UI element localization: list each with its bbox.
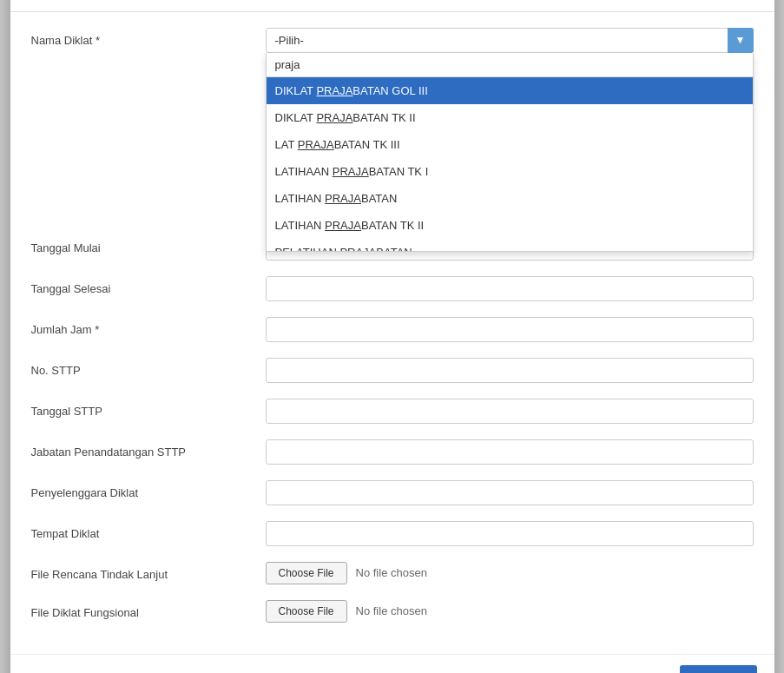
modal-footer: Simpan (10, 654, 774, 674)
tanggal-sttp-row: Tanggal STTP (31, 399, 754, 424)
modal-header: Tambah Data Diklat Fungsional × (10, 0, 774, 12)
modal-overlay: Tambah Data Diklat Fungsional × Nama Dik… (0, 0, 784, 673)
nama-diklat-label: Nama Diklat * (31, 28, 266, 47)
tempat-diklat-input[interactable] (266, 521, 754, 546)
tanggal-selesai-control (266, 276, 754, 301)
tanggal-sttp-label: Tanggal STTP (31, 399, 266, 418)
highlight-text: PRAJA (298, 138, 334, 151)
file-diklat-control: Choose File No file chosen (266, 600, 754, 623)
simpan-button[interactable]: Simpan (680, 665, 756, 674)
jumlah-jam-control (266, 317, 754, 342)
highlight-text: PRAJA (333, 165, 369, 178)
nama-diklat-selected-value: -Pilih- (275, 34, 304, 47)
file-rencana-row: File Rencana Tindak Lanjut Choose File N… (31, 562, 754, 584)
tempat-diklat-label: Tempat Diklat (31, 521, 266, 540)
jumlah-jam-input[interactable] (266, 317, 754, 342)
dropdown-search-input[interactable] (267, 53, 753, 77)
modal-body: Nama Diklat * -Pilih- ▼ DIKLAT PRAJABATA… (10, 12, 774, 654)
highlight-text: PRAJA (316, 84, 352, 97)
tanggal-mulai-label: Tanggal Mulai (31, 235, 266, 254)
no-sttp-input[interactable] (266, 358, 754, 383)
penyelenggara-row: Penyelenggara Diklat (31, 480, 754, 505)
dropdown-item[interactable]: LATIHAAN PRAJABATAN TK I (267, 158, 753, 185)
file-rencana-file-row: Choose File No file chosen (266, 562, 754, 584)
dropdown-item[interactable]: PELATIHAN PRAJABATAN (267, 239, 753, 251)
nama-diklat-select-display[interactable]: -Pilih- ▼ (266, 28, 754, 53)
file-diklat-no-chosen: No file chosen (356, 604, 427, 617)
tanggal-selesai-row: Tanggal Selesai (31, 276, 754, 301)
tanggal-sttp-control (266, 399, 754, 424)
dropdown-container: DIKLAT PRAJABATAN GOL III DIKLAT PRAJABA… (266, 53, 754, 252)
dropdown-item[interactable]: DIKLAT PRAJABATAN GOL III (267, 77, 753, 104)
tempat-diklat-control (266, 521, 754, 546)
select-arrow-icon[interactable]: ▼ (728, 28, 754, 53)
highlight-text: PRAJA (325, 192, 361, 205)
jabatan-penandatangan-input[interactable] (266, 439, 754, 465)
nama-diklat-select-wrapper[interactable]: -Pilih- ▼ DIKLAT PRAJABATAN GOL III DIKL… (266, 28, 754, 53)
jumlah-jam-label: Jumlah Jam * (31, 317, 266, 336)
file-diklat-file-row: Choose File No file chosen (266, 600, 754, 623)
jabatan-penandatangan-control (266, 439, 754, 465)
no-sttp-control (266, 358, 754, 383)
dropdown-list: DIKLAT PRAJABATAN GOL III DIKLAT PRAJABA… (267, 77, 753, 251)
highlight-text: PRAJA (316, 111, 352, 124)
modal-dialog: Tambah Data Diklat Fungsional × Nama Dik… (10, 0, 774, 673)
dropdown-item[interactable]: LATIHAN PRAJABATAN (267, 185, 753, 212)
jabatan-penandatangan-row: Jabatan Penandatangan STTP (31, 439, 754, 465)
penyelenggara-control (266, 480, 754, 505)
tempat-diklat-row: Tempat Diklat (31, 521, 754, 546)
highlight-text: PRAJA (325, 219, 361, 232)
tanggal-selesai-label: Tanggal Selesai (31, 276, 266, 295)
tanggal-selesai-input[interactable] (266, 276, 754, 301)
dropdown-item[interactable]: LAT PRAJABATAN TK III (267, 131, 753, 158)
no-sttp-label: No. STTP (31, 358, 266, 377)
dropdown-item[interactable]: DIKLAT PRAJABATAN TK II (267, 104, 753, 131)
tanggal-sttp-input[interactable] (266, 399, 754, 424)
file-rencana-label: File Rencana Tindak Lanjut (31, 562, 266, 581)
jumlah-jam-row: Jumlah Jam * (31, 317, 754, 342)
file-rencana-choose-button[interactable]: Choose File (266, 562, 347, 584)
no-sttp-row: No. STTP (31, 358, 754, 383)
file-rencana-control: Choose File No file chosen (266, 562, 754, 584)
file-rencana-no-chosen: No file chosen (356, 566, 427, 579)
dropdown-item[interactable]: LATIHAN PRAJABATAN TK II (267, 212, 753, 239)
penyelenggara-input[interactable] (266, 480, 754, 505)
jabatan-penandatangan-label: Jabatan Penandatangan STTP (31, 439, 266, 459)
file-diklat-row: File Diklat Fungsional Choose File No fi… (31, 600, 754, 623)
penyelenggara-label: Penyelenggara Diklat (31, 480, 266, 499)
highlight-text: PRAJA (339, 246, 376, 251)
nama-diklat-row: Nama Diklat * -Pilih- ▼ DIKLAT PRAJABATA… (31, 28, 754, 53)
file-diklat-label: File Diklat Fungsional (31, 600, 266, 619)
file-diklat-choose-button[interactable]: Choose File (266, 600, 347, 623)
nama-diklat-control: -Pilih- ▼ DIKLAT PRAJABATAN GOL III DIKL… (266, 28, 754, 53)
